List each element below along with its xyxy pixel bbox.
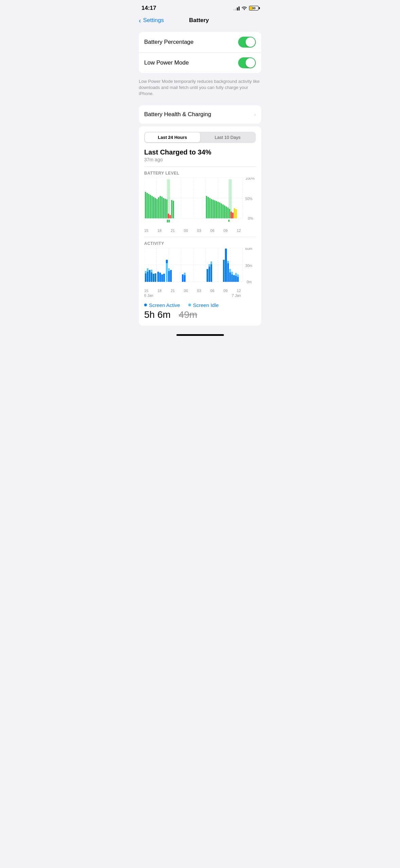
svg-rect-40	[217, 202, 219, 218]
svg-rect-104	[235, 276, 237, 282]
back-button[interactable]: ‹ Settings	[139, 17, 164, 24]
svg-rect-75	[151, 270, 152, 272]
svg-rect-98	[227, 261, 229, 263]
svg-rect-46	[227, 207, 229, 218]
svg-rect-76	[153, 274, 154, 282]
svg-rect-39	[216, 201, 217, 218]
svg-rect-22	[159, 196, 161, 218]
date-labels: 6 Jan 7 Jan	[144, 293, 256, 297]
status-bar: 14:17 33	[133, 0, 267, 14]
screen-idle-label: Screen Idle	[193, 302, 219, 308]
svg-rect-29	[167, 220, 168, 222]
svg-rect-26	[166, 199, 168, 218]
svg-rect-34	[208, 197, 209, 218]
status-icons: 33	[233, 5, 259, 11]
activity-chart-svg: 60m 30m 0m	[144, 248, 256, 289]
low-power-footer: Low Power Mode temporarily reduces backg…	[133, 76, 267, 103]
svg-rect-28	[170, 215, 171, 218]
svg-text:60m: 60m	[245, 248, 252, 251]
battery-chart-svg: 100% 50% 0%	[144, 178, 256, 229]
svg-rect-82	[166, 263, 168, 282]
back-label: Settings	[143, 17, 164, 24]
activity-x-labels: 15 18 21 00 03 06 09 12	[144, 289, 256, 293]
svg-rect-69	[145, 273, 147, 282]
svg-rect-48	[229, 209, 230, 218]
svg-rect-38	[214, 200, 215, 218]
date-label-6jan: 6 Jan	[144, 293, 191, 297]
screen-idle-dot	[188, 304, 191, 306]
low-power-mode-row[interactable]: Low Power Mode	[139, 52, 261, 73]
svg-rect-78	[157, 272, 159, 282]
ax-label-15: 15	[144, 289, 148, 293]
svg-text:50%: 50%	[245, 196, 253, 200]
svg-text:0m: 0m	[247, 279, 252, 284]
svg-rect-49	[230, 212, 232, 218]
date-label-7jan: 7 Jan	[232, 293, 241, 297]
svg-text:0%: 0%	[248, 216, 253, 220]
status-time: 14:17	[141, 5, 156, 12]
svg-rect-81	[163, 274, 165, 282]
nav-bar: ‹ Settings Battery	[133, 14, 267, 29]
ax-label-12: 12	[237, 289, 241, 293]
low-power-mode-toggle[interactable]	[238, 57, 256, 68]
svg-rect-90	[207, 269, 208, 282]
svg-rect-101	[231, 274, 233, 282]
battery-level-label: BATTERY LEVEL	[144, 171, 256, 176]
svg-rect-15	[150, 195, 151, 218]
svg-rect-97	[227, 263, 229, 282]
svg-rect-37	[212, 200, 214, 218]
time-range-segmented-control[interactable]: Last 24 Hours Last 10 Days	[144, 132, 256, 143]
svg-rect-36	[211, 199, 212, 218]
segment-10d[interactable]: Last 10 Days	[200, 132, 255, 142]
svg-rect-41	[219, 202, 221, 218]
home-indicator-area	[133, 328, 267, 339]
svg-rect-32	[173, 201, 174, 218]
svg-rect-72	[147, 268, 149, 272]
svg-rect-43	[222, 204, 224, 218]
svg-rect-87	[182, 274, 184, 282]
svg-rect-106	[237, 277, 239, 282]
svg-rect-103	[233, 275, 235, 282]
svg-rect-84	[168, 271, 170, 282]
battery-percentage-toggle[interactable]	[238, 37, 256, 48]
svg-rect-102	[231, 272, 233, 274]
svg-rect-25	[165, 199, 166, 218]
signal-bars-icon	[233, 6, 240, 11]
screen-active-dot	[144, 304, 147, 306]
svg-rect-83	[166, 260, 168, 263]
activity-divider	[144, 237, 256, 237]
svg-rect-42	[221, 203, 222, 218]
svg-rect-92	[209, 264, 210, 267]
svg-rect-35	[209, 198, 211, 218]
battery-percentage-row[interactable]: Battery Percentage	[139, 32, 261, 52]
svg-rect-105	[235, 273, 237, 276]
svg-rect-16	[151, 196, 153, 218]
battery-health-row[interactable]: Battery Health & Charging ›	[139, 105, 261, 124]
svg-rect-79	[159, 273, 161, 282]
ax-label-09: 09	[224, 289, 228, 293]
x-label-00: 00	[184, 229, 188, 233]
segment-24h[interactable]: Last 24 Hours	[145, 132, 200, 142]
screen-idle-legend[interactable]: Screen Idle	[188, 302, 219, 308]
svg-rect-100	[229, 269, 231, 272]
svg-rect-85	[168, 268, 170, 271]
svg-rect-73	[149, 270, 151, 282]
battery-health-section: Battery Health & Charging ›	[139, 105, 261, 124]
x-label-06: 06	[210, 229, 214, 233]
svg-text:100%: 100%	[245, 178, 255, 180]
svg-rect-94	[210, 261, 212, 264]
home-indicator	[176, 334, 224, 336]
svg-rect-21	[158, 197, 159, 218]
ax-label-21: 21	[171, 289, 175, 293]
battery-chart: 100% 50% 0% 15 18 21 00 03 06 09 12	[144, 178, 256, 233]
svg-rect-30	[169, 220, 170, 222]
svg-rect-45	[226, 206, 227, 218]
svg-rect-44	[224, 205, 225, 218]
svg-rect-93	[210, 264, 212, 282]
svg-rect-107	[237, 274, 239, 277]
battery-x-labels: 15 18 21 00 03 06 09 12	[144, 229, 256, 233]
activity-chart: 60m 30m 0m 15 18 21 00 03 06 09 12 6 Jan…	[144, 248, 256, 297]
chart-divider	[144, 166, 256, 167]
x-label-15: 15	[144, 229, 148, 233]
screen-active-legend[interactable]: Screen Active	[144, 302, 180, 308]
